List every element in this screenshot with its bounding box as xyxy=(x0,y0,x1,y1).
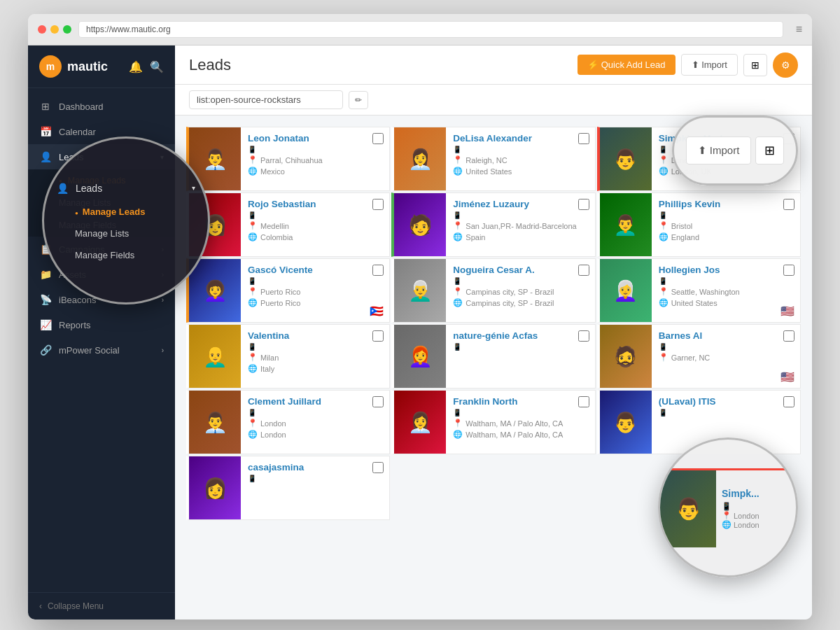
mag-globe-icon: 🌐 xyxy=(722,520,732,529)
minimize-dot[interactable] xyxy=(50,25,59,34)
sidebar-item-label: mPower Social xyxy=(59,345,120,356)
city-text: Seattle, Washington xyxy=(671,288,740,296)
globe-icon: 🌐 xyxy=(659,298,668,307)
lead-checkbox[interactable] xyxy=(578,199,589,210)
lead-checkbox[interactable] xyxy=(578,133,589,144)
lead-country: 🌐Campinas city, SP - Brazil xyxy=(453,298,587,307)
lead-name[interactable]: DeLisa Alexander xyxy=(453,133,587,144)
mag-leads-label: Leads xyxy=(76,183,102,194)
lead-checkbox[interactable] xyxy=(372,199,384,210)
country-text: Mexico xyxy=(260,167,285,176)
lead-card[interactable]: 👩‍🦰nature-génie Acfas📱 xyxy=(391,324,595,388)
settings-icon[interactable]: ⚙ xyxy=(773,52,798,78)
lead-name[interactable]: Valentina xyxy=(248,330,382,341)
lead-info: Gascó Vicente📱📍Puerto Rico🌐Puerto Rico xyxy=(241,259,389,322)
lead-checkbox[interactable] xyxy=(783,330,794,342)
lead-checkbox[interactable] xyxy=(578,330,589,342)
globe-icon: 🌐 xyxy=(248,232,258,241)
lead-name[interactable]: Phillips Kevin xyxy=(659,199,793,209)
lead-city: 📍London xyxy=(248,419,382,428)
lead-photo: 👨‍🦱 xyxy=(600,193,652,256)
browser-menu-icon[interactable]: ≡ xyxy=(796,23,802,36)
lead-info: Nogueira Cesar A.📱📍Campinas city, SP - B… xyxy=(446,259,594,322)
lead-name[interactable]: casajasmina xyxy=(248,462,382,472)
quick-add-lead-button[interactable]: ⚡ Quick Add Lead xyxy=(578,55,675,75)
city-text: Campinas city, SP - Brazil xyxy=(465,288,554,296)
lead-name[interactable]: Leon Jonatan xyxy=(248,133,382,144)
close-dot[interactable] xyxy=(38,25,46,34)
device-icon: 📱 xyxy=(659,277,667,285)
mag-import-button[interactable]: ⬆ Import xyxy=(686,136,752,164)
lead-card[interactable]: 👨‍🦲Valentina📱📍Milan🌐Italy xyxy=(186,324,390,388)
lead-name[interactable]: Jiménez Luzaury xyxy=(453,199,587,209)
lead-city: 📍Puerto Rico xyxy=(248,287,382,296)
lead-card[interactable]: 👩‍🦱Gascó Vicente📱📍Puerto Rico🌐Puerto Ric… xyxy=(186,258,390,323)
lead-name[interactable]: (ULaval) ITIS xyxy=(659,396,793,407)
country-text: Waltham, MA / Palo Alto, CA xyxy=(465,430,563,439)
device-icon: 📱 xyxy=(659,409,667,416)
lead-info: Hollegien Jos📱📍Seattle, Washington🌐Unite… xyxy=(652,259,800,322)
city-text: London xyxy=(260,419,286,428)
lead-checkbox[interactable] xyxy=(372,133,384,144)
lead-card[interactable]: 👩casajasmina📱 xyxy=(186,456,390,520)
lead-device-info: 📱 xyxy=(659,277,793,285)
sidebar-item-mpower[interactable]: 🔗 mPower Social › xyxy=(28,337,175,363)
lead-name[interactable]: nature-génie Acfas xyxy=(453,330,587,341)
lead-card[interactable]: 🧔Barnes Al📱📍Garner, NC🇺🇸 xyxy=(597,324,801,388)
notification-icon[interactable]: 🔔 xyxy=(129,60,143,74)
sidebar-item-label: Reports xyxy=(59,320,91,330)
lead-checkbox[interactable] xyxy=(372,396,384,407)
location-icon: 📍 xyxy=(659,287,668,296)
sidebar-item-reports[interactable]: 📈 Reports xyxy=(28,312,175,337)
lead-info: nature-génie Acfas📱 xyxy=(446,325,594,388)
lead-card[interactable]: 👩‍🦳Hollegien Jos📱📍Seattle, Washington🌐Un… xyxy=(597,258,801,323)
lead-country: 🌐Colombia xyxy=(248,232,382,241)
lead-checkbox[interactable] xyxy=(783,199,794,210)
lead-checkbox[interactable] xyxy=(783,265,794,276)
lead-photo: 👨‍💼 xyxy=(189,391,241,454)
url-bar[interactable]: https://www.mautic.org xyxy=(78,21,783,38)
lead-checkbox[interactable] xyxy=(783,396,794,407)
lead-name[interactable]: Gascó Vicente xyxy=(248,265,382,275)
lead-card[interactable]: 👨‍🦱Phillips Kevin📱📍Bristol🌐England xyxy=(597,192,801,257)
mag-manage-leads: Manage Leads xyxy=(44,201,208,223)
maximize-dot[interactable] xyxy=(63,25,71,34)
lead-checkbox[interactable] xyxy=(372,265,384,276)
globe-icon: 🌐 xyxy=(453,430,463,439)
lead-photo: 👩‍💼 xyxy=(394,127,446,190)
city-text: Bristol xyxy=(671,222,693,230)
lead-card[interactable]: 👨‍💼Leon Jonatan📱📍Parral, Chihuahua🌐Mexic… xyxy=(186,127,390,191)
mag-grid-button[interactable]: ⊞ xyxy=(755,136,784,164)
lead-card[interactable]: 👩‍💼Franklin North📱📍Waltham, MA / Palo Al… xyxy=(391,390,595,454)
lead-checkbox[interactable] xyxy=(578,265,589,276)
lead-checkbox[interactable] xyxy=(372,330,384,342)
lead-name[interactable]: Nogueira Cesar A. xyxy=(453,265,587,275)
lead-checkbox[interactable] xyxy=(372,462,384,473)
lead-info: Jiménez Luzaury📱📍San Juan,PR- Madrid-Bar… xyxy=(446,193,594,256)
lead-device-info: 📱 xyxy=(248,211,382,219)
lead-card[interactable]: 👩Rojo Sebastian📱📍Medellin🌐Colombia xyxy=(186,192,390,257)
mag-lead-photo: 👨 xyxy=(660,470,716,547)
dashboard-icon: ⊞ xyxy=(39,101,52,112)
lead-name[interactable]: Clement Juillard xyxy=(248,396,382,407)
collapse-menu-button[interactable]: ‹ Collapse Menu xyxy=(28,592,175,620)
search-icon[interactable]: 🔍 xyxy=(150,60,164,74)
sidebar-item-dashboard-top[interactable]: ⊞ Dashboard xyxy=(28,94,175,119)
device-icon: 📱 xyxy=(453,211,461,219)
location-icon: 📍 xyxy=(453,155,463,164)
lead-info: Rojo Sebastian📱📍Medellin🌐Colombia xyxy=(241,193,389,256)
lead-card[interactable]: 👩‍💼DeLisa Alexander📱📍Raleigh, NC🌐United … xyxy=(391,127,595,191)
lead-name[interactable]: Hollegien Jos xyxy=(659,265,793,275)
grid-view-button[interactable]: ⊞ xyxy=(743,54,767,76)
lead-card[interactable]: 👨‍🦳Nogueira Cesar A.📱📍Campinas city, SP … xyxy=(391,258,595,323)
filter-input[interactable] xyxy=(189,90,343,109)
import-button[interactable]: ⬆ Import xyxy=(681,54,738,76)
lead-name[interactable]: Barnes Al xyxy=(659,330,793,341)
lead-name[interactable]: Franklin North xyxy=(453,396,587,407)
filter-edit-button[interactable]: ✏ xyxy=(349,91,368,109)
lead-card[interactable]: 👨‍💼Clement Juillard📱📍London🌐London xyxy=(186,390,390,454)
mag-lead-info: Simpk... 📱 📍 London 🌐 London xyxy=(716,482,796,535)
lead-card[interactable]: 🧑Jiménez Luzaury📱📍San Juan,PR- Madrid-Ba… xyxy=(391,192,595,257)
lead-checkbox[interactable] xyxy=(578,396,589,407)
lead-name[interactable]: Rojo Sebastian xyxy=(248,199,382,209)
